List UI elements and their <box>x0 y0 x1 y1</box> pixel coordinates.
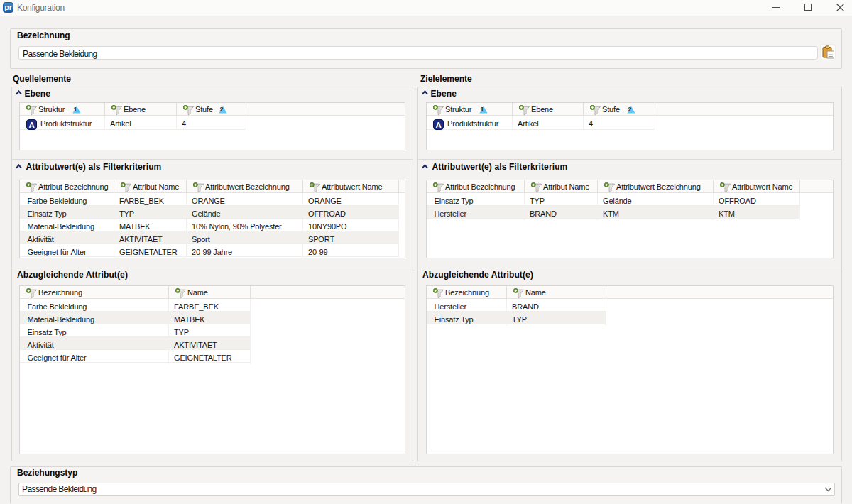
svg-text:A: A <box>436 120 442 128</box>
svg-text:1: 1 <box>74 106 77 113</box>
svg-text:2: 2 <box>220 106 224 113</box>
svg-text:1: 1 <box>481 106 484 113</box>
svg-text:2: 2 <box>628 106 632 113</box>
svg-text:pr: pr <box>4 3 12 11</box>
svg-text:A: A <box>29 120 35 128</box>
